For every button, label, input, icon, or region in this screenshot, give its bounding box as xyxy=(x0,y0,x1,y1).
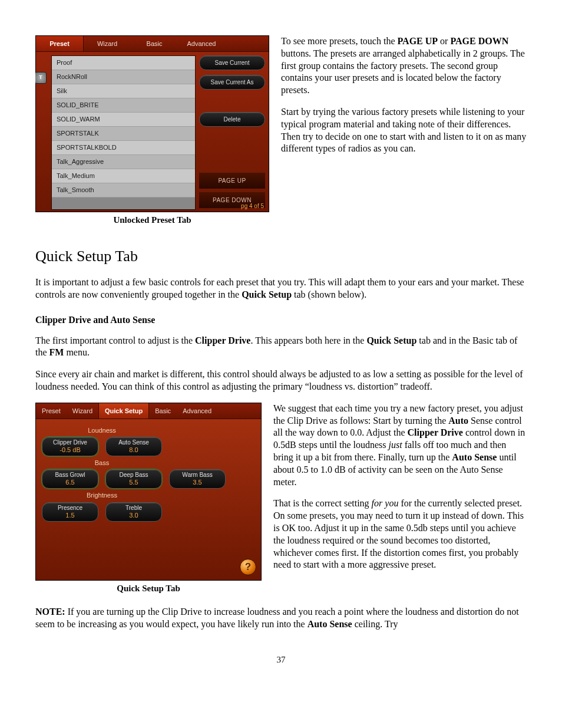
tab-basic[interactable]: Basic xyxy=(131,36,178,51)
control-label: Auto Sense xyxy=(106,439,161,446)
preset-row[interactable]: Silk xyxy=(52,84,195,98)
text: menu. xyxy=(64,347,90,357)
text-bold: PAGE UP xyxy=(397,36,438,46)
text: If you are turning up the Clip Drive to … xyxy=(35,607,519,629)
tab-quick-setup[interactable]: Quick Setup xyxy=(98,403,149,419)
help-button[interactable]: ? xyxy=(240,559,256,575)
tab-basic[interactable]: Basic xyxy=(149,403,177,419)
control-value: 3.0 xyxy=(106,512,161,519)
text: The first important control to adjust is… xyxy=(35,335,195,345)
text-bold: Auto xyxy=(448,416,468,426)
text: . This appears both here in the xyxy=(250,335,366,345)
text-bold: Clipper Drive xyxy=(195,335,250,345)
preset-row[interactable]: RockNRoll xyxy=(52,70,195,84)
presence-control[interactable]: Presence 1.5 xyxy=(42,502,98,522)
group-label-loudness: Loudness xyxy=(42,426,162,434)
tab-wizard[interactable]: Wizard xyxy=(67,403,98,419)
page-indicator: pg 4 of 5 xyxy=(241,202,264,210)
tab-wizard[interactable]: Wizard xyxy=(84,36,131,51)
text-bold: Quick Setup xyxy=(242,289,292,299)
text: tab (shown below). xyxy=(292,289,366,299)
preset-row[interactable]: SPORTSTALKBOLD xyxy=(52,141,195,155)
group-label-brightness: Brightness xyxy=(42,491,162,499)
preset-list[interactable]: Proof RockNRoll Silk SOLID_BRITE SOLID_W… xyxy=(51,55,196,210)
text: or xyxy=(438,36,450,46)
text: for the currently selected preset. On so… xyxy=(273,498,524,569)
preset-row[interactable]: SPORTSTALK xyxy=(52,127,195,141)
control-label: Treble xyxy=(106,505,161,512)
preset-row[interactable]: Proof xyxy=(52,56,195,70)
control-label: Bass Growl xyxy=(42,472,98,479)
preset-tab-screenshot: Preset Wizard Basic Advanced T Proof Roc… xyxy=(35,35,269,212)
clipper-drive-control[interactable]: Clipper Drive -0.5 dB xyxy=(42,437,98,456)
control-label: Warm Bass xyxy=(170,472,225,479)
text-bold: Auto Sense xyxy=(308,619,352,629)
subheading-clipper: Clipper Drive and Auto Sense xyxy=(35,314,527,327)
control-label: Deep Bass xyxy=(106,472,161,479)
deep-bass-control[interactable]: Deep Bass 5.5 xyxy=(105,469,162,489)
text-bold: Auto Sense xyxy=(452,452,497,462)
question-mark-icon: ? xyxy=(245,561,251,574)
auto-sense-control[interactable]: Auto Sense 8.0 xyxy=(105,437,162,456)
quick-setup-screenshot-caption: Quick Setup Tab xyxy=(35,583,262,595)
save-current-as-button[interactable]: Save Current As xyxy=(199,75,265,90)
text-italic: for you xyxy=(372,498,399,508)
page-number: 37 xyxy=(35,654,527,666)
text-bold: Quick Setup xyxy=(366,335,416,345)
text-italic: just xyxy=(389,440,402,450)
body-paragraph: Since every air chain and market is diff… xyxy=(35,368,527,393)
text: That is the correct setting xyxy=(273,498,372,508)
heading-quick-setup: Quick Setup Tab xyxy=(35,246,527,266)
text: buttons. The presets are arranged alphab… xyxy=(281,48,525,95)
save-current-button[interactable]: Save Current xyxy=(199,55,265,70)
text-bold: PAGE DOWN xyxy=(450,36,508,46)
warm-bass-control[interactable]: Warm Bass 3.5 xyxy=(169,469,226,489)
tab-advanced[interactable]: Advanced xyxy=(178,36,225,51)
group-label-bass: Bass xyxy=(42,459,162,467)
quick-setup-screenshot-figure: Preset Wizard Quick Setup Basic Advanced… xyxy=(35,403,262,595)
preset-row[interactable]: Talk_Aggressive xyxy=(52,155,195,169)
preset-row[interactable]: Talk_Medium xyxy=(52,169,195,183)
text-bold: Clipper Drive xyxy=(408,427,463,437)
page-up-button[interactable]: PAGE UP xyxy=(199,173,265,189)
quick-setup-tab-screenshot: Preset Wizard Quick Setup Basic Advanced… xyxy=(35,403,262,581)
note-label: NOTE: xyxy=(35,607,65,617)
text: To see more presets, touch the xyxy=(281,36,397,46)
control-value: 1.5 xyxy=(42,512,98,519)
control-label: Clipper Drive xyxy=(42,439,98,446)
body-paragraph: The first important control to adjust is… xyxy=(35,335,527,360)
tab-preset[interactable]: Preset xyxy=(36,403,67,419)
note-paragraph: NOTE: If you are turning up the Clip Dri… xyxy=(35,606,527,631)
preset-screenshot-figure: Preset Wizard Basic Advanced T Proof Roc… xyxy=(35,35,269,226)
tab-preset[interactable]: Preset xyxy=(36,36,84,51)
text: ceiling. Try xyxy=(352,619,398,629)
text-bold: FM xyxy=(49,347,64,357)
control-value: 8.0 xyxy=(106,446,161,454)
control-value: 6.5 xyxy=(42,479,98,486)
unlock-icon: T xyxy=(35,72,47,84)
preset-row[interactable]: Talk_Smooth xyxy=(52,183,195,197)
preset-row[interactable]: SOLID_BRITE xyxy=(52,98,195,113)
control-value: -0.5 dB xyxy=(42,446,98,454)
preset-row[interactable]: SOLID_WARM xyxy=(52,113,195,127)
unlock-toggle[interactable]: T xyxy=(35,72,48,84)
control-label: Presence xyxy=(42,505,98,512)
tab-advanced[interactable]: Advanced xyxy=(177,403,217,419)
delete-button[interactable]: Delete xyxy=(199,112,265,127)
bass-growl-control[interactable]: Bass Growl 6.5 xyxy=(42,469,98,489)
body-paragraph: It is important to adjust a few basic co… xyxy=(35,276,527,301)
control-value: 3.5 xyxy=(170,479,225,486)
control-value: 5.5 xyxy=(106,479,161,486)
preset-screenshot-caption: Unlocked Preset Tab xyxy=(35,215,269,226)
treble-control[interactable]: Treble 3.0 xyxy=(105,502,162,522)
